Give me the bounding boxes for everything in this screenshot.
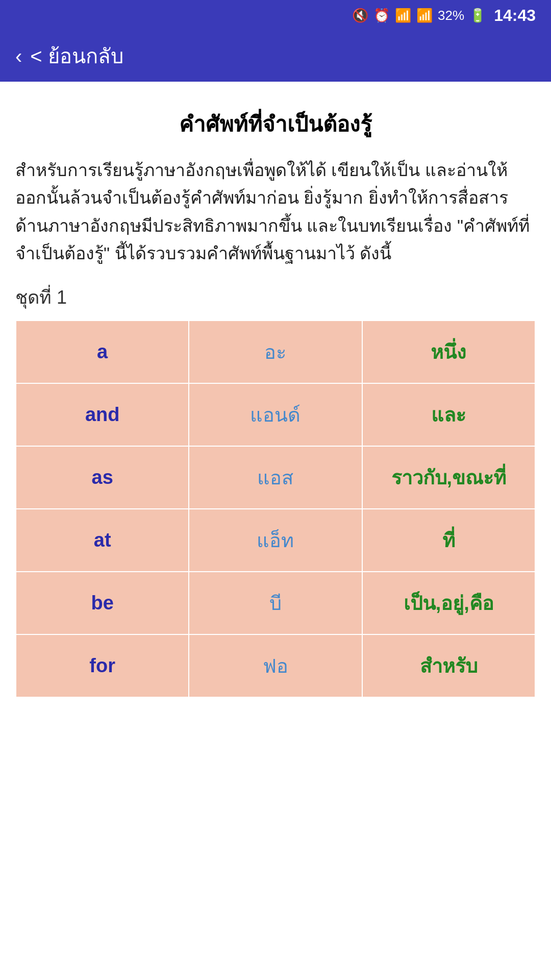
word-english: and: [16, 383, 189, 446]
back-button[interactable]: ‹: [15, 45, 22, 68]
battery-label: 32%: [438, 8, 464, 23]
word-thai: ราวกับ,ขณะที่: [362, 446, 535, 509]
word-phonetic: อะ: [189, 321, 362, 383]
word-phonetic: แอ็ท: [189, 509, 362, 572]
word-english: be: [16, 572, 189, 634]
vocab-table: aอะหนึ่งandแอนด์และasแอสราวกับ,ขณะที่atแ…: [15, 320, 536, 698]
status-bar: 🔇 ⏰ 📶 📶 32% 🔋 14:43: [0, 0, 551, 31]
wifi-icon: 📶: [395, 8, 411, 23]
status-time: 14:43: [494, 6, 536, 25]
mute-icon: 🔇: [352, 8, 368, 23]
vocab-row: aอะหนึ่ง: [16, 321, 535, 383]
word-phonetic: บี: [189, 572, 362, 634]
signal-icon: 📶: [416, 8, 433, 23]
alarm-icon: ⏰: [373, 8, 390, 23]
word-phonetic: แอส: [189, 446, 362, 509]
word-thai: สำหรับ: [362, 634, 535, 697]
word-phonetic: แอนด์: [189, 383, 362, 446]
set-label: ชุดที่ 1: [15, 283, 536, 312]
description-text: สำหรับการเรียนรู้ภาษาอังกฤษเพื่อพูดให้ได…: [15, 156, 536, 267]
word-english: for: [16, 634, 189, 697]
vocab-row: forฟอสำหรับ: [16, 634, 535, 697]
page-title: คำศัพท์ที่จำเป็นต้องรู้: [15, 107, 536, 141]
nav-bar: ‹ < ย้อนกลับ: [0, 31, 551, 82]
vocab-row: atแอ็ทที่: [16, 509, 535, 572]
nav-title[interactable]: < ย้อนกลับ: [30, 40, 123, 72]
main-content: คำศัพท์ที่จำเป็นต้องรู้ สำหรับการเรียนรู…: [0, 82, 551, 718]
word-thai: เป็น,อยู่,คือ: [362, 572, 535, 634]
word-phonetic: ฟอ: [189, 634, 362, 697]
word-english: as: [16, 446, 189, 509]
vocab-row: beบีเป็น,อยู่,คือ: [16, 572, 535, 634]
word-thai: ที่: [362, 509, 535, 572]
word-thai: หนึ่ง: [362, 321, 535, 383]
word-english: a: [16, 321, 189, 383]
battery-icon: 🔋: [469, 8, 486, 23]
status-icons: 🔇 ⏰ 📶 📶 32% 🔋: [352, 8, 486, 23]
word-english: at: [16, 509, 189, 572]
vocab-row: asแอสราวกับ,ขณะที่: [16, 446, 535, 509]
vocab-row: andแอนด์และ: [16, 383, 535, 446]
word-thai: และ: [362, 383, 535, 446]
